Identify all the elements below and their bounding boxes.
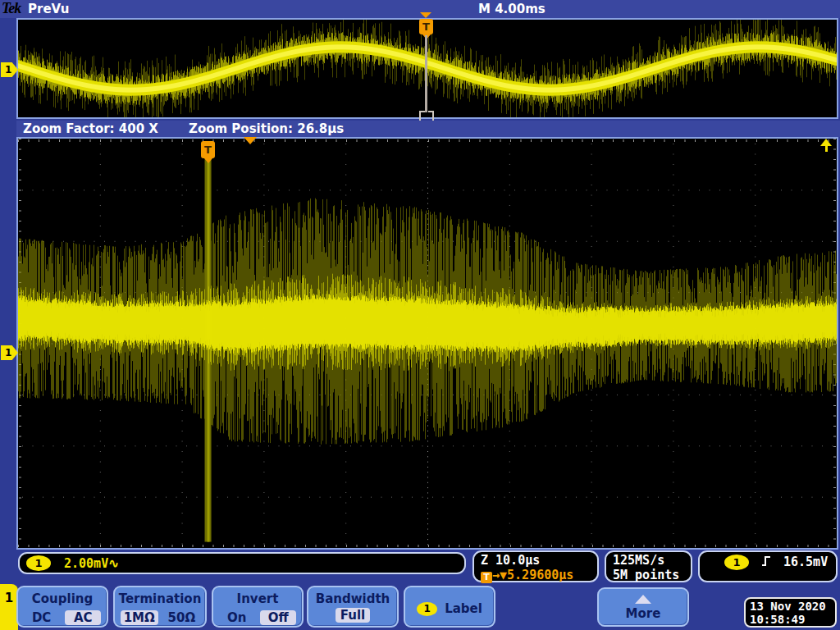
coupling-title: Coupling [18,591,107,606]
zoom-position-readout: Zoom Position: 26.8µs [189,121,344,136]
coupling-option-dc[interactable]: DC [24,610,60,625]
trigger-marker-overview[interactable]: T [419,19,433,34]
label-title: Label [445,601,482,616]
invert-option-off[interactable]: Off [260,610,296,625]
rising-edge-icon [760,555,772,571]
bandwidth-button[interactable]: Bandwidth Full [307,586,399,628]
channel1-volts-per-div: 2.00mV∿ [64,556,119,571]
zoom-waveform-canvas [18,139,837,548]
trigger-chip-icon: T [481,572,492,583]
invert-title: Invert [213,591,302,606]
zoom-window-position-line[interactable] [425,35,427,112]
zoom-scale-readout: Z 10.0µs T→▼5.29600µs [472,550,599,582]
trigger-source-badge: 1 [724,555,749,570]
acquisition-mode-label: PreVu [28,2,69,16]
trigger-level: 16.5mV [783,555,828,569]
time: 10:58:49 [750,613,831,626]
coupling-symbol: ∿ [108,556,119,571]
bandwidth-title: Bandwidth [308,591,397,606]
channel1-badge: 1 [26,555,51,571]
channel1-marker-overview[interactable]: 1 [1,62,18,77]
datetime-readout: 13 Nov 2020 10:58:49 [744,597,837,628]
trigger-readout: 1 16.5mV [698,550,838,582]
termination-title: Termination [115,591,205,606]
termination-option-50ohm[interactable]: 50Ω [163,610,199,625]
acquisition-readout: 125MS/s 5M points [605,550,692,582]
expansion-point-triangle[interactable] [244,137,257,144]
trigger-delay-readout: T→▼5.29600µs [481,568,597,583]
channel1-marker-zoom[interactable]: 1 [1,345,18,360]
label-channel-badge: 1 [417,602,437,616]
label-button[interactable]: 1 Label [404,586,495,628]
termination-option-1mohm[interactable]: 1MΩ [121,610,158,625]
up-triangle-icon [635,595,651,604]
tek-logo: Tek [2,0,21,17]
zoom-info-bar: Zoom Factor: 400 X Zoom Position: 26.8µs [16,121,840,137]
record-length: 5M points [613,568,691,582]
trigger-position-triangle-overview[interactable] [420,12,431,18]
oscilloscope-screen: Tek PreVu M 4.00ms 1 T Zoom Factor: 400 … [0,0,840,630]
trigger-marker-zoom[interactable]: T [201,141,215,158]
active-channel-tab: 1 [0,584,18,630]
more-button[interactable]: More [597,587,689,627]
more-title: More [599,606,687,621]
channel1-scale-readout: 1 2.00mV∿ [18,552,466,574]
termination-button[interactable]: Termination 1MΩ 50Ω [113,586,207,628]
zoom-factor-readout: Zoom Factor: 400 X [23,121,158,136]
coupling-option-ac[interactable]: AC [65,610,101,625]
trigger-level-offscreen-arrow-stem [825,145,828,152]
date: 13 Nov 2020 [750,600,831,613]
zoom-timebase: Z 10.0µs [481,553,597,568]
sample-rate: 125MS/s [613,553,691,568]
invert-button[interactable]: Invert On Off [212,586,304,628]
zoom-waveform-panel [16,137,838,550]
timebase-readout: M 4.00ms [478,2,546,16]
coupling-button[interactable]: Coupling DC AC [16,586,108,628]
invert-option-on[interactable]: On [219,610,255,625]
bandwidth-value[interactable]: Full [336,608,370,623]
